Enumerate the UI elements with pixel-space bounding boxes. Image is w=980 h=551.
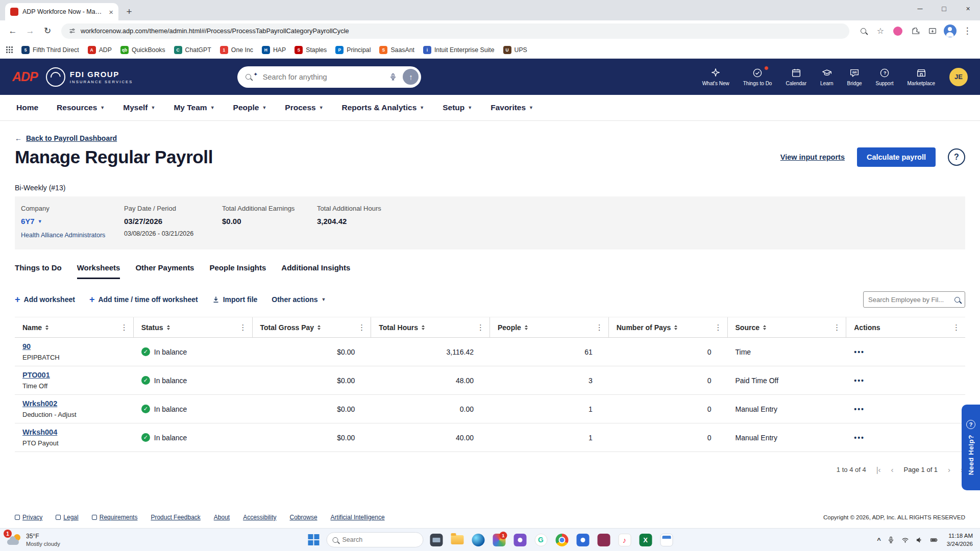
maximize-button[interactable]: □: [932, 0, 956, 17]
bookmark-intuit-enterprise-suite[interactable]: iIntuit Enterprise Suite: [423, 46, 495, 54]
import-file-button[interactable]: Import file: [212, 295, 258, 304]
extensions-puzzle-icon[interactable]: [908, 23, 923, 39]
minimize-button[interactable]: ─: [908, 0, 932, 17]
reload-icon[interactable]: ↻: [40, 23, 55, 39]
tab-other-payments[interactable]: Other Payments: [135, 263, 194, 279]
bookmark-hap[interactable]: HHAP: [262, 46, 286, 54]
footer-link-privacy[interactable]: Privacy: [15, 514, 42, 521]
other-actions-dropdown[interactable]: Other actions▼: [272, 295, 326, 304]
site-settings-icon[interactable]: [68, 27, 76, 35]
help-icon[interactable]: ?: [948, 148, 965, 166]
address-bar[interactable]: workforcenow.adp.com/theme/admin.html#/P…: [61, 23, 849, 39]
hidden-icons-chevron[interactable]: ^: [877, 536, 881, 544]
footer-link-artificial-intelligence[interactable]: Artificial Intelligence: [331, 514, 385, 521]
bookmark-star-icon[interactable]: ☆: [873, 23, 888, 39]
company-code-dropdown[interactable]: 6Y7▼: [21, 217, 42, 226]
row-actions-button[interactable]: •••: [854, 348, 865, 356]
tab-worksheets[interactable]: Worksheets: [77, 263, 120, 279]
search-icon[interactable]: [954, 297, 960, 303]
bookmark-one-inc[interactable]: 1One Inc: [220, 46, 253, 54]
calendar-button[interactable]: Calendar: [786, 67, 806, 86]
sort-icon[interactable]: [674, 325, 677, 330]
app-icon-maroon[interactable]: [596, 532, 612, 548]
column-header-people[interactable]: People⋮: [490, 317, 609, 337]
system-app-icon[interactable]: [428, 532, 445, 548]
bridge-button[interactable]: BR Bridge: [847, 67, 862, 86]
zoom-icon[interactable]: [855, 23, 871, 39]
nav-my-team[interactable]: My Team▼: [174, 103, 214, 112]
global-search-bar[interactable]: ✦ ↑: [237, 66, 421, 88]
battery-icon[interactable]: [929, 536, 938, 544]
nav-reports-analytics[interactable]: Reports & Analytics▼: [342, 103, 425, 112]
column-menu-icon[interactable]: ⋮: [358, 323, 365, 332]
add-worksheet-button[interactable]: +Add worksheet: [15, 295, 75, 304]
tab-things-to-do[interactable]: Things to Do: [15, 263, 62, 279]
column-header-total-hours[interactable]: Total Hours⋮: [371, 317, 490, 337]
footer-link-product-feedback[interactable]: Product Feedback: [151, 514, 200, 521]
column-menu-icon[interactable]: ⋮: [833, 323, 841, 332]
edge-icon[interactable]: [470, 532, 486, 548]
bookmark-ups[interactable]: UUPS: [503, 46, 527, 54]
nav-setup[interactable]: Setup▼: [443, 103, 472, 112]
worksheet-link[interactable]: Wrksh002: [22, 399, 57, 408]
support-button[interactable]: ? Support: [876, 67, 894, 86]
row-actions-button[interactable]: •••: [854, 405, 865, 413]
column-header-gross-pay[interactable]: Total Gross Pay⋮: [253, 317, 372, 337]
side-panel-icon[interactable]: [925, 23, 940, 39]
first-page-icon[interactable]: |‹: [876, 465, 881, 474]
calculate-payroll-button[interactable]: Calculate payroll: [857, 147, 936, 167]
column-header-actions[interactable]: Actions⋮: [846, 317, 965, 337]
company-name-link[interactable]: Health Alliance Administrators: [21, 232, 124, 239]
bookmark-chatgpt[interactable]: CChatGPT: [174, 46, 211, 54]
wifi-icon[interactable]: [901, 536, 910, 544]
music-app-icon[interactable]: ♪: [617, 532, 633, 548]
footer-link-legal[interactable]: Legal: [56, 514, 78, 521]
profile-avatar-icon[interactable]: [942, 23, 958, 39]
add-time-worksheet-button[interactable]: +Add time / time off worksheet: [89, 295, 198, 304]
learn-button[interactable]: Learn: [820, 67, 834, 86]
row-actions-button[interactable]: •••: [854, 434, 865, 442]
footer-link-accessibility[interactable]: Accessibility: [243, 514, 276, 521]
column-header-source[interactable]: Source⋮: [728, 317, 847, 337]
nav-people[interactable]: People▼: [233, 103, 267, 112]
new-tab-button[interactable]: +: [121, 4, 137, 19]
chrome-icon[interactable]: [554, 532, 570, 548]
sort-icon[interactable]: [317, 325, 321, 330]
taskbar-search[interactable]: [327, 532, 424, 547]
marketplace-button[interactable]: Marketplace: [908, 67, 935, 86]
things-to-do-button[interactable]: Things to Do: [743, 67, 772, 86]
back-to-dashboard-link[interactable]: ←Back to Payroll Dashboard: [15, 134, 117, 142]
sort-icon[interactable]: [525, 325, 528, 330]
column-menu-icon[interactable]: ⋮: [596, 323, 603, 332]
photos-app-icon[interactable]: 1: [491, 532, 507, 548]
nav-favorites[interactable]: Favorites▼: [491, 103, 533, 112]
microphone-tray-icon[interactable]: [887, 536, 895, 544]
employee-search-input[interactable]: [868, 296, 950, 304]
file-explorer-icon[interactable]: [449, 532, 465, 548]
close-button[interactable]: ×: [956, 0, 980, 17]
worksheet-link[interactable]: PTO001: [22, 371, 50, 379]
speaker-icon[interactable]: [915, 536, 924, 544]
browser-tab[interactable]: ADP Workforce Now - Manage ×: [5, 3, 118, 20]
next-page-icon[interactable]: ›: [948, 465, 950, 474]
tab-additional-insights[interactable]: Additional Insights: [281, 263, 350, 279]
nav-process[interactable]: Process▼: [285, 103, 323, 112]
need-help-tab[interactable]: ? Need Help?: [962, 405, 980, 490]
sort-icon[interactable]: [422, 325, 425, 330]
excel-icon[interactable]: X: [638, 532, 654, 548]
weather-widget[interactable]: 1 35°F Mostly cloudy: [7, 533, 60, 547]
row-actions-button[interactable]: •••: [854, 377, 865, 385]
bookmark-saasant[interactable]: SSaasAnt: [379, 46, 414, 54]
sort-icon[interactable]: [167, 325, 170, 330]
sort-icon[interactable]: [763, 325, 766, 330]
tab-people-insights[interactable]: People Insights: [209, 263, 266, 279]
column-menu-icon[interactable]: ⋮: [952, 323, 960, 332]
global-search-input[interactable]: [263, 73, 384, 81]
user-avatar[interactable]: JE: [949, 68, 968, 86]
whats-new-button[interactable]: What's New: [702, 67, 729, 86]
bookmark-fifth-third-direct[interactable]: 5Fifth Third Direct: [21, 46, 79, 54]
worksheet-link[interactable]: 90: [22, 342, 31, 350]
search-submit-icon[interactable]: ↑: [403, 69, 419, 85]
worksheet-link[interactable]: Wrksh004: [22, 428, 57, 436]
employee-search-box[interactable]: [863, 291, 965, 308]
